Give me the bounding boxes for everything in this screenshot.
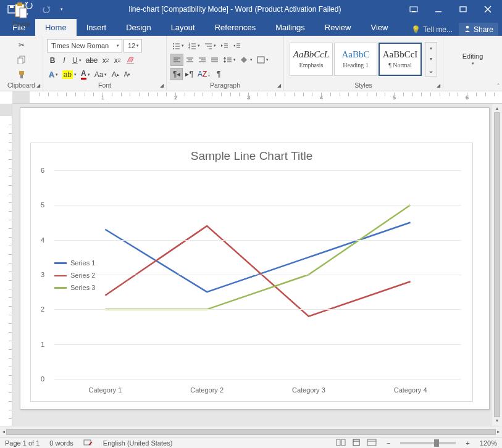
multilevel-list-button[interactable]: ▾ (203, 39, 218, 52)
styles-scroll-up[interactable]: ▴ (425, 43, 437, 54)
ltr-button[interactable]: ¶◂ (170, 68, 183, 80)
title-bar: ▾ ▾ line-chart [Compatibility Mode] - Wo… (0, 0, 502, 19)
clipboard-group-label: Clipboard (7, 81, 35, 89)
sort-button[interactable]: AZ↓ (196, 68, 212, 80)
style-caption: Emphasis (299, 62, 324, 68)
read-mode-icon[interactable] (336, 439, 346, 447)
style-heading1[interactable]: AaBbCHeading 1 (334, 43, 377, 76)
strikethrough-button[interactable]: abc (84, 54, 99, 67)
bold-button[interactable]: B (47, 54, 58, 67)
align-right-button[interactable] (196, 54, 208, 66)
ribbon-options-icon[interactable] (407, 2, 420, 16)
tell-me-search[interactable]: 💡 Tell me... (411, 25, 453, 34)
grow-font-button[interactable]: A▴ (109, 68, 121, 81)
chart-plot-area: Series 1Series 2Series 3 0123456Category… (54, 170, 461, 379)
decrease-indent-button[interactable] (219, 39, 230, 52)
page: Sample Line Chart Title Series 1Series 2… (20, 107, 490, 410)
subscript-button[interactable]: x2 (100, 54, 111, 67)
clear-format-icon[interactable] (123, 54, 137, 67)
scroll-left-icon[interactable]: ◂ (2, 429, 5, 434)
maximize-icon[interactable] (456, 2, 470, 16)
tab-design[interactable]: Design (116, 19, 161, 36)
redo-icon[interactable] (42, 6, 51, 13)
zoom-in-button[interactable]: + (466, 439, 469, 447)
spellcheck-icon[interactable] (83, 439, 93, 447)
copy-icon[interactable] (15, 54, 28, 66)
scroll-up-icon[interactable]: ▴ (496, 106, 498, 111)
scroll-thumb[interactable] (494, 112, 500, 417)
rtl-button[interactable]: ▸¶ (183, 68, 195, 80)
svg-rect-54 (337, 439, 340, 446)
style-emphasis[interactable]: AaBbCcLEmphasis (290, 43, 333, 76)
horizontal-scrollbar[interactable]: ◂ ▸ (0, 426, 502, 437)
paste-label: Paste (12, 20, 30, 28)
font-size-combo[interactable]: 12▾ (123, 39, 142, 52)
scroll-down-icon[interactable]: ▾ (496, 418, 498, 423)
format-painter-icon[interactable] (15, 68, 28, 81)
chart-object[interactable]: Sample Line Chart Title Series 1Series 2… (30, 143, 473, 402)
zoom-slider[interactable] (400, 442, 456, 444)
vertical-ruler[interactable] (0, 104, 12, 426)
tab-mailings[interactable]: Mailings (266, 19, 315, 36)
increase-indent-button[interactable] (231, 39, 243, 52)
highlight-icon[interactable]: ab▾ (61, 68, 78, 81)
horizontal-ruler[interactable]: 123456 (12, 91, 502, 104)
tab-review[interactable]: Review (315, 19, 361, 36)
tab-references[interactable]: References (205, 19, 266, 36)
line-spacing-button[interactable]: ▾ (221, 54, 238, 66)
justify-button[interactable] (209, 54, 220, 66)
bulb-icon: 💡 (411, 25, 420, 34)
align-left-button[interactable] (170, 54, 183, 66)
shrink-font-button[interactable]: A▾ (122, 68, 133, 81)
font-name-combo[interactable]: Times New Roman▾ (47, 39, 122, 52)
chart-legend: Series 1Series 2Series 3 (54, 257, 95, 294)
styles-gallery: AaBbCcLEmphasis AaBbCHeading 1 AaBbCcI¶ … (290, 43, 422, 76)
superscript-button[interactable]: x2 (112, 54, 123, 67)
web-layout-icon[interactable] (367, 439, 377, 447)
cut-icon[interactable]: ✂ (15, 39, 28, 51)
collapse-ribbon-icon[interactable]: ˆ (497, 83, 500, 90)
underline-button[interactable]: U▾ (70, 54, 83, 67)
clipboard-dialog-launcher[interactable]: ◢ (36, 83, 40, 88)
zoom-level[interactable]: 120% (480, 439, 497, 447)
svg-rect-14 (20, 75, 23, 78)
italic-button[interactable]: I (59, 54, 70, 67)
styles-more[interactable]: ⌄ (425, 65, 437, 76)
change-case-button[interactable]: Aa▾ (93, 68, 109, 81)
style-normal[interactable]: AaBbCcI¶ Normal (379, 43, 422, 76)
scroll-right-icon[interactable]: ▸ (497, 429, 500, 434)
document-area[interactable]: Sample Line Chart Title Series 1Series 2… (12, 104, 491, 426)
tab-layout[interactable]: Layout (161, 19, 205, 36)
svg-point-15 (173, 43, 174, 44)
minimize-icon[interactable] (432, 2, 445, 16)
page-number-status[interactable]: Page 1 of 1 (5, 439, 40, 447)
bullets-button[interactable]: ▾ (170, 39, 186, 52)
scroll-thumb[interactable] (6, 429, 496, 435)
paste-button[interactable]: Paste ▾ (9, 0, 33, 36)
shading-button[interactable]: ▾ (238, 54, 254, 66)
tab-insert[interactable]: Insert (77, 19, 117, 36)
editing-button[interactable]: Editing ▾ (459, 50, 487, 68)
share-button[interactable]: Share (459, 23, 498, 36)
tab-view[interactable]: View (361, 19, 398, 36)
svg-point-19 (173, 48, 174, 49)
font-dialog-launcher[interactable]: ◢ (160, 83, 164, 88)
print-layout-icon[interactable] (352, 439, 361, 447)
zoom-out-button[interactable]: − (387, 439, 390, 447)
show-marks-button[interactable]: ¶ (213, 68, 224, 80)
styles-scroll-down[interactable]: ▾ (425, 54, 437, 65)
text-effects-icon[interactable]: A▾ (47, 68, 60, 81)
font-name-value: Times New Roman (51, 42, 109, 49)
paragraph-dialog-launcher[interactable]: ◢ (277, 83, 281, 88)
style-caption: Heading 1 (343, 62, 368, 68)
borders-button[interactable]: ▾ (255, 54, 270, 66)
word-count-status[interactable]: 0 words (49, 439, 73, 447)
numbering-button[interactable]: 123▾ (186, 39, 202, 52)
styles-dialog-launcher[interactable]: ◢ (437, 83, 440, 88)
align-center-button[interactable] (184, 54, 196, 66)
close-icon[interactable] (481, 2, 495, 16)
style-caption: ¶ Normal (388, 62, 412, 68)
language-status[interactable]: English (United States) (103, 439, 173, 447)
vertical-scrollbar[interactable]: ▴ ▾ (491, 104, 502, 426)
font-color-icon[interactable]: A▾ (79, 68, 92, 81)
